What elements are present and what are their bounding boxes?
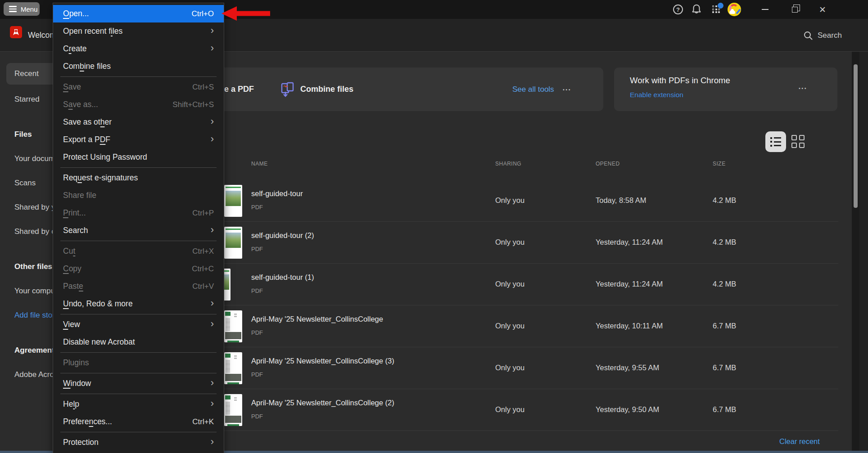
submenu-chevron-icon: › bbox=[211, 437, 214, 448]
menu-item-label: Print... bbox=[63, 208, 86, 218]
menu-item-export-a-pdf[interactable]: Export a PDF› bbox=[53, 131, 224, 148]
submenu-chevron-icon: › bbox=[211, 134, 214, 145]
menu-item-open[interactable]: Open...Ctrl+O bbox=[53, 5, 224, 22]
menu-item-label: Open recent files bbox=[63, 27, 122, 36]
menu-item-request-e-signatures[interactable]: Request e-signatures bbox=[53, 169, 224, 187]
search-button[interactable]: Search bbox=[803, 19, 842, 52]
apps-grid-button[interactable] bbox=[710, 0, 723, 19]
file-thumbnail bbox=[224, 394, 242, 426]
file-opened: Yesterday, 9:50 AM bbox=[596, 405, 659, 414]
menu-item-protection[interactable]: Protection› bbox=[53, 434, 224, 451]
file-row-self-guided-tour[interactable]: self-guided-tourPDFOnly youToday, 8:58 A… bbox=[189, 180, 838, 222]
menu-button[interactable]: Menu bbox=[4, 2, 40, 16]
acrobat-window: Welcome Search Menu ? ✕ bbox=[0, 0, 868, 453]
menu-item-save-as: Save as...Shift+Ctrl+S bbox=[53, 96, 224, 113]
menu-divider bbox=[60, 314, 217, 314]
column-header-size[interactable]: SIZE bbox=[713, 161, 726, 167]
menu-item-shortcut: Ctrl+V bbox=[192, 282, 214, 291]
combine-files-tool[interactable]: Combine files bbox=[280, 67, 353, 111]
menu-divider bbox=[60, 167, 217, 168]
file-sharing: Only you bbox=[495, 238, 524, 247]
file-thumbnail bbox=[224, 310, 242, 342]
file-sharing: Only you bbox=[495, 363, 524, 372]
minimize-icon bbox=[762, 9, 769, 10]
combine-files-icon bbox=[280, 82, 295, 97]
grid-view-button[interactable] bbox=[791, 135, 806, 149]
file-size: 6.7 MB bbox=[713, 405, 736, 414]
file-menu-dropdown: Open...Ctrl+OOpen recent files›Create›Co… bbox=[53, 3, 224, 453]
menu-divider bbox=[60, 352, 217, 353]
menu-item-open-recent-files[interactable]: Open recent files› bbox=[53, 22, 224, 40]
ellipsis-icon: ••• bbox=[799, 85, 807, 91]
column-header-name[interactable]: NAME bbox=[251, 161, 268, 167]
file-thumbnail bbox=[224, 227, 242, 259]
menu-item-label: Create bbox=[63, 44, 87, 54]
clear-recent-link[interactable]: Clear recent bbox=[779, 437, 820, 446]
submenu-chevron-icon: › bbox=[211, 378, 214, 389]
menu-button-label: Menu bbox=[21, 5, 38, 13]
menu-item-view[interactable]: View› bbox=[53, 316, 224, 333]
menu-item-plugins: Plugins bbox=[53, 354, 224, 372]
close-icon: ✕ bbox=[819, 4, 826, 15]
window-right-edge bbox=[859, 52, 868, 453]
file-size: 4.2 MB bbox=[713, 280, 736, 288]
ellipsis-icon: ••• bbox=[563, 87, 571, 92]
file-name: self-guided-tour (2) bbox=[251, 231, 314, 240]
restore-button[interactable] bbox=[788, 0, 801, 19]
file-name: self-guided-tour bbox=[251, 189, 303, 198]
list-view-button[interactable] bbox=[765, 131, 786, 152]
menu-item-label: Protection bbox=[63, 438, 99, 447]
close-button[interactable]: ✕ bbox=[816, 0, 829, 19]
see-all-tools-link[interactable]: See all tools bbox=[512, 67, 554, 111]
menu-item-create[interactable]: Create› bbox=[53, 40, 224, 58]
notifications-button[interactable] bbox=[690, 0, 703, 19]
column-header-opened[interactable]: OPENED bbox=[596, 161, 620, 167]
submenu-chevron-icon: › bbox=[211, 26, 214, 37]
menu-item-preferences[interactable]: Preferences...Ctrl+K bbox=[53, 413, 224, 431]
menu-item-label: Help bbox=[63, 399, 79, 409]
menu-item-search[interactable]: Search› bbox=[53, 222, 224, 239]
menu-item-label: Plugins bbox=[63, 358, 89, 368]
file-row-april-may-25-newsletter-collinscollege-3[interactable]: April-May '25 Newsletter_CollinsCollege … bbox=[189, 347, 838, 389]
menu-item-shortcut: Ctrl+O bbox=[191, 9, 214, 18]
vertical-scrollbar[interactable] bbox=[852, 52, 859, 453]
menu-item-shortcut: Ctrl+X bbox=[192, 247, 214, 256]
notification-dot-badge bbox=[718, 3, 723, 9]
file-opened: Yesterday, 9:55 AM bbox=[596, 363, 659, 372]
menu-item-help[interactable]: Help› bbox=[53, 395, 224, 413]
help-button[interactable]: ? bbox=[672, 0, 684, 19]
submenu-chevron-icon: › bbox=[211, 117, 214, 128]
menu-item-share-file: Share file bbox=[53, 187, 224, 204]
chrome-card-more-button[interactable]: ••• bbox=[799, 85, 807, 91]
menu-item-label: Disable new Acrobat bbox=[63, 337, 135, 347]
enable-extension-link[interactable]: Enable extension bbox=[630, 91, 683, 99]
file-name: April-May '25 Newsletter_CollinsCollege bbox=[251, 315, 383, 323]
question-icon: ? bbox=[673, 4, 683, 14]
submenu-chevron-icon: › bbox=[211, 319, 214, 330]
column-header-sharing[interactable]: SHARING bbox=[495, 161, 521, 167]
menu-item-disable-new-acrobat[interactable]: Disable new Acrobat bbox=[53, 333, 224, 351]
menu-item-window[interactable]: Window› bbox=[53, 375, 224, 392]
menu-item-label: Protect Using Password bbox=[63, 152, 147, 162]
file-type-label: PDF bbox=[251, 287, 263, 294]
menu-item-label: Combine files bbox=[63, 62, 111, 71]
submenu-chevron-icon: › bbox=[211, 298, 214, 309]
menu-divider bbox=[60, 241, 217, 241]
scrollbar-thumb[interactable] bbox=[854, 64, 858, 208]
minimize-button[interactable] bbox=[758, 0, 772, 19]
menu-item-protect-using-password[interactable]: Protect Using Password bbox=[53, 148, 224, 166]
file-sharing: Only you bbox=[495, 280, 524, 288]
tools-more-button[interactable]: ••• bbox=[563, 67, 571, 111]
acrobat-logo-icon bbox=[10, 26, 22, 38]
file-row-self-guided-tour-2[interactable]: self-guided-tour (2)PDFOnly youYesterday… bbox=[189, 222, 838, 264]
file-row-april-may-25-newsletter-collinscollege[interactable]: April-May '25 Newsletter_CollinsCollegeP… bbox=[189, 305, 838, 347]
menu-item-combine-files[interactable]: Combine files bbox=[53, 58, 224, 75]
profile-avatar[interactable] bbox=[727, 0, 742, 19]
menu-item-label: Open... bbox=[63, 9, 89, 18]
menu-item-save-as-other[interactable]: Save as other› bbox=[53, 113, 224, 131]
menu-item-cut: CutCtrl+X bbox=[53, 242, 224, 260]
restore-icon bbox=[792, 7, 798, 13]
menu-item-undo-redo-more[interactable]: Undo, Redo & more› bbox=[53, 295, 224, 313]
file-row-april-may-25-newsletter-collinscollege-2[interactable]: April-May '25 Newsletter_CollinsCollege … bbox=[189, 389, 838, 431]
file-row-self-guided-tour-1[interactable]: self-guided-tour (1)PDFOnly youYesterday… bbox=[189, 264, 838, 305]
